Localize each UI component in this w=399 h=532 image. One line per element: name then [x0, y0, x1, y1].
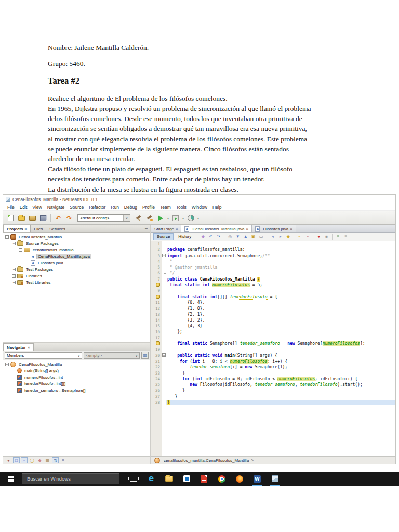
netbeans-taskbar-button[interactable]: [266, 472, 284, 486]
editor-tab-start-page[interactable]: Start Page×: [151, 225, 181, 232]
menu-debug[interactable]: Debug: [122, 205, 140, 210]
sort-by-source-button[interactable]: ≡: [60, 457, 66, 463]
minimize-panel-button[interactable]: –: [145, 225, 148, 231]
collapse-icon[interactable]: −: [5, 363, 9, 366]
navigator-settings-button[interactable]: ▦: [141, 352, 149, 359]
code-line-19[interactable]: 19: [151, 347, 395, 352]
code-line-20[interactable]: 20− public static void main(String[] arg…: [151, 353, 395, 358]
project-tree-item[interactable]: +Test Libraries: [3, 280, 150, 286]
project-tree-item[interactable]: −CenaFilosofos_Mantilla: [3, 234, 150, 241]
find-occurrence-up-button[interactable]: ▲: [242, 233, 249, 240]
stop-macro-button[interactable]: ■: [323, 233, 330, 240]
previous-bookmark-button[interactable]: ◂: [269, 233, 276, 240]
editor-tab-filosofos-java[interactable]: Filosofos.java×: [252, 225, 296, 232]
last-edit-button[interactable]: ◆: [200, 233, 206, 240]
show-static-button[interactable]: ▫: [21, 457, 28, 463]
filter-members-button[interactable]: ▦: [44, 457, 51, 463]
save-all-button[interactable]: [38, 214, 48, 223]
comment-button[interactable]: ≡: [335, 233, 341, 240]
expand-icon[interactable]: +: [12, 268, 16, 271]
chevron-down-icon[interactable]: ▾: [197, 216, 199, 220]
navigator-tree-item[interactable]: −CenaFilosofos_Mantilla: [3, 361, 150, 368]
forward-button[interactable]: ↷: [215, 233, 222, 240]
code-line-11[interactable]: 11 {0, 4},: [151, 300, 395, 305]
code-line-7[interactable]: 7public class CenaFilosofos_Mantilla {: [151, 276, 395, 282]
start-button[interactable]: [0, 472, 22, 486]
code-line-13[interactable]: 13 {2, 1},: [151, 312, 395, 317]
code-line-26[interactable]: 26 }: [151, 388, 395, 393]
code-line-28[interactable]: 28}: [151, 400, 395, 405]
firefox-taskbar-button[interactable]: [231, 472, 248, 486]
tab-files[interactable]: Files: [31, 225, 46, 232]
uncomment-button[interactable]: ≡: [342, 233, 349, 240]
menu-run[interactable]: Run: [108, 205, 122, 210]
code-line-5[interactable]: 5 * @author jmantilla: [151, 264, 395, 270]
run-button[interactable]: [156, 214, 165, 223]
code-fold-start-icon[interactable]: −: [162, 353, 166, 358]
code-line-27[interactable]: 27 }: [151, 394, 395, 400]
task-view-taskbar-button[interactable]: [125, 472, 142, 486]
collapse-icon[interactable]: −: [19, 248, 22, 252]
code-fold-start-icon[interactable]: −: [162, 253, 166, 259]
code-line-14[interactable]: 14 {3, 2},: [151, 317, 395, 323]
project-tree-item[interactable]: Filosofos.java: [3, 260, 150, 267]
show-inherited-button[interactable]: ●: [5, 457, 12, 463]
profile-button[interactable]: [186, 214, 195, 223]
menu-help[interactable]: Help: [210, 205, 224, 210]
code-line-9[interactable]: 9: [151, 288, 395, 294]
close-icon[interactable]: ×: [290, 227, 292, 231]
close-icon[interactable]: ×: [246, 227, 249, 231]
code-line-22[interactable]: 22 tenedor_semaforo[i] = new Semaphore(1…: [151, 364, 395, 370]
project-tree-item[interactable]: +Test Packages: [3, 267, 150, 273]
close-icon[interactable]: ×: [28, 345, 30, 350]
menu-refactor[interactable]: Refactor: [86, 205, 108, 210]
code-line-16[interactable]: 16 };: [151, 329, 395, 335]
open-project-button[interactable]: [28, 214, 37, 223]
breadcrumb-text[interactable]: cenafilosofos_mantilla.CenaFilosofos_Man…: [164, 458, 249, 463]
record-macro-button[interactable]: ●: [315, 233, 322, 240]
close-icon[interactable]: ×: [176, 227, 178, 231]
members-dropdown[interactable]: Members ∨: [5, 352, 82, 359]
redo-button[interactable]: ↷: [64, 214, 74, 223]
menu-window[interactable]: Window: [189, 205, 210, 210]
code-line-6[interactable]: 6 */: [151, 270, 395, 276]
taskbar-search-input[interactable]: Buscar en Windows: [22, 473, 119, 484]
chevron-down-icon[interactable]: ▾: [182, 216, 184, 220]
code-line-12[interactable]: 12 {1, 0},: [151, 305, 395, 311]
code-line-8[interactable]: final static int numeroFilosofos = 5;: [151, 282, 395, 288]
shift-right-button[interactable]: »: [304, 233, 311, 240]
toggle-highlight-button[interactable]: ▣: [250, 233, 257, 240]
collapse-icon[interactable]: −: [12, 242, 16, 245]
chevron-down-icon[interactable]: ▾: [167, 216, 169, 220]
code-line-10[interactable]: final static int[][] tenedorFilosofo = {: [151, 294, 395, 300]
tab-projects[interactable]: Projects×: [3, 225, 31, 232]
sort-by-name-button[interactable]: ⇅: [52, 457, 59, 463]
edge-taskbar-button[interactable]: e: [142, 472, 160, 486]
pdf-reader-taskbar-button[interactable]: [195, 472, 213, 486]
code-line-4[interactable]: 4 *: [151, 259, 395, 264]
code-line-24[interactable]: 24 for (int idFilosofo = 0; idFilosofo <…: [151, 376, 395, 382]
build-button[interactable]: [134, 214, 143, 223]
show-public-button[interactable]: ◯: [29, 457, 35, 463]
menu-source[interactable]: Source: [67, 205, 86, 210]
collapse-icon[interactable]: −: [5, 235, 9, 239]
navigator-tree-item[interactable]: tenedor_semaforo : Semaphore[]: [3, 387, 150, 394]
navigator-tree-item[interactable]: numeroFilosofos : int: [3, 374, 150, 381]
find-selection-button[interactable]: ◎: [227, 233, 233, 240]
code-line-3[interactable]: 3−import java.util.concurrent.Semaphore;…: [151, 253, 395, 259]
navigator-tree-item[interactable]: main(String[] args): [3, 368, 150, 375]
menu-team[interactable]: Team: [157, 205, 174, 210]
clean-build-button[interactable]: [145, 214, 154, 223]
menu-file[interactable]: File: [5, 205, 17, 210]
next-bookmark-button[interactable]: ▸: [277, 233, 284, 240]
new-project-button[interactable]: [17, 214, 26, 223]
navigator-tree-item[interactable]: tenedorFilosofo : int[][]: [3, 381, 150, 388]
menu-view[interactable]: View: [30, 205, 44, 210]
file-explorer-taskbar-button[interactable]: [160, 472, 178, 486]
word-taskbar-button[interactable]: W: [248, 472, 266, 486]
rectangular-selection-button[interactable]: ▭: [258, 233, 264, 240]
project-tree-item[interactable]: −Source Packages: [3, 241, 150, 247]
code-line-1[interactable]: 1: [151, 241, 395, 247]
filter-dropdown[interactable]: <empty> ∨: [84, 352, 140, 359]
menu-edit[interactable]: Edit: [17, 205, 30, 210]
